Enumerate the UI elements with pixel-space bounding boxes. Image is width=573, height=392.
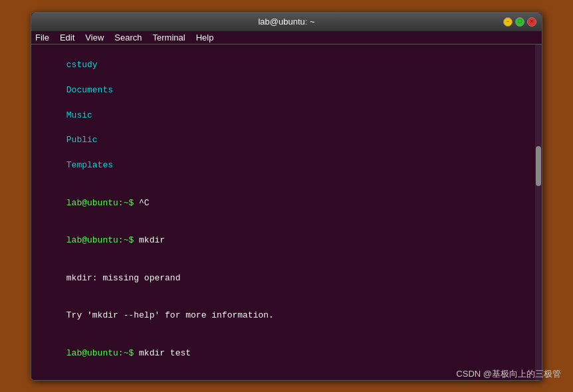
terminal-line: lab@ubuntu:~$ mkdir (35, 222, 538, 260)
terminal-content[interactable]: cstudy Documents Music Public Templates … (31, 45, 542, 380)
menu-file[interactable]: File (35, 33, 49, 43)
menu-terminal[interactable]: Terminal (153, 33, 185, 43)
scrollbar[interactable] (535, 45, 542, 380)
close-button[interactable]: × (527, 17, 536, 27)
title-bar: lab@ubuntu: ~ – □ × (31, 13, 542, 31)
terminal-window: lab@ubuntu: ~ – □ × File Edit View Searc… (31, 12, 542, 381)
terminal-line: lab@ubuntu:~$ ^C (35, 185, 538, 223)
menu-search[interactable]: Search (114, 33, 142, 43)
terminal-line: mkdir: missing operand (35, 260, 538, 298)
menu-view[interactable]: View (85, 33, 104, 43)
terminal-line: cstudy Documents Music Public Templates (35, 47, 538, 185)
window-controls: – □ × (503, 17, 536, 27)
minimize-button[interactable]: – (503, 17, 513, 27)
menu-help[interactable]: Help (196, 33, 214, 43)
maximize-button[interactable]: □ (515, 17, 524, 27)
menu-bar: File Edit View Search Terminal Help (31, 31, 542, 45)
window-title: lab@ubuntu: ~ (258, 17, 314, 27)
terminal-line: lab@ubuntu:~$ mkdir test (35, 335, 538, 373)
menu-edit[interactable]: Edit (60, 33, 74, 43)
terminal-line: Try 'mkdir --help' for more information. (35, 297, 538, 335)
scrollbar-thumb[interactable] (536, 146, 541, 186)
watermark: CSDN @基极向上的三极管 (456, 368, 561, 380)
